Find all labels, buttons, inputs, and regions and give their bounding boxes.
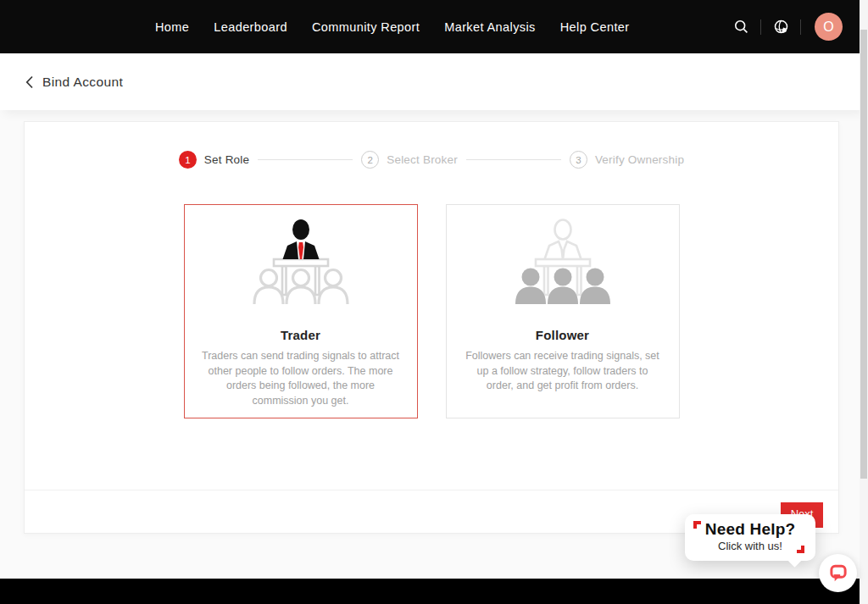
step-2-badge: 2 [361, 151, 379, 169]
red-corner-mark-icon [797, 546, 804, 553]
stepper: 1 Set Role 2 Select Broker 3 Verify Owne… [25, 151, 838, 169]
role-title-trader: Trader [185, 328, 417, 342]
back-link[interactable]: Bind Account [25, 75, 123, 90]
nav-item-community-report[interactable]: Community Report [312, 20, 420, 34]
step-select-broker: 2 Select Broker [361, 151, 458, 169]
role-card-trader[interactable]: Trader Traders can send trading signals … [184, 204, 418, 418]
step-1-label: Set Role [204, 153, 249, 166]
breadcrumb-bar: Bind Account [0, 53, 868, 110]
nav-item-leaderboard[interactable]: Leaderboard [214, 20, 287, 34]
step-3-label: Verify Ownership [595, 153, 684, 166]
role-desc-follower: Followers can receive trading signals, s… [464, 349, 662, 394]
nav-item-market-analysis[interactable]: Market Analysis [444, 20, 536, 34]
step-verify-ownership: 3 Verify Ownership [570, 151, 684, 169]
step-1-badge: 1 [179, 151, 197, 169]
top-nav: Home Leaderboard Community Report Market… [0, 0, 860, 53]
step-2-label: Select Broker [387, 153, 458, 166]
language-globe-icon[interactable] [768, 14, 793, 40]
trader-speaker-icon [185, 217, 417, 320]
chevron-left-icon [25, 75, 34, 89]
step-set-role: 1 Set Role [179, 151, 249, 169]
livechat-button[interactable] [819, 554, 857, 592]
nav-right-group: O [728, 13, 843, 41]
vertical-scrollbar [860, 0, 868, 604]
follower-audience-icon [447, 217, 679, 320]
bind-account-panel: 1 Set Role 2 Select Broker 3 Verify Owne… [24, 121, 839, 534]
tooltip-tail [787, 551, 802, 567]
chat-bubble-icon [827, 562, 849, 585]
nav-menu: Home Leaderboard Community Report Market… [155, 20, 630, 34]
red-corner-mark-icon [693, 521, 701, 529]
role-cards: Trader Traders can send trading signals … [25, 204, 838, 418]
role-desc-trader: Traders can send trading signals to attr… [202, 349, 400, 408]
help-title: Need Help? [685, 520, 815, 539]
nav-item-help-center[interactable]: Help Center [560, 20, 630, 34]
help-subtitle: Click with us! [685, 540, 815, 552]
page-footer [0, 579, 860, 604]
nav-divider [800, 19, 801, 35]
scrollbar-thumb[interactable] [860, 30, 867, 479]
search-icon[interactable] [728, 14, 754, 40]
nav-divider [760, 19, 761, 35]
step-3-badge: 3 [570, 151, 587, 169]
nav-item-home[interactable]: Home [155, 20, 189, 34]
stepper-connector [466, 159, 561, 160]
page-title: Bind Account [42, 75, 123, 90]
role-title-follower: Follower [447, 328, 679, 342]
role-card-follower[interactable]: Follower Followers can receive trading s… [446, 204, 680, 418]
user-avatar[interactable]: O [815, 13, 843, 41]
need-help-tooltip[interactable]: Need Help? Click with us! [685, 514, 815, 561]
stepper-connector [258, 159, 353, 160]
